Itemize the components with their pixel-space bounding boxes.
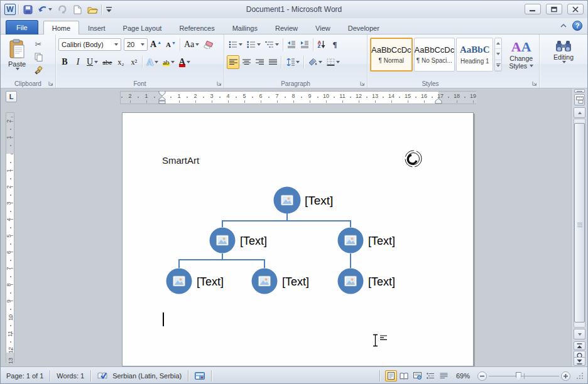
open-button[interactable] (86, 3, 99, 16)
tab-review[interactable]: Review (266, 21, 307, 35)
highlight-button[interactable]: ab (161, 55, 176, 69)
justify-button[interactable] (266, 55, 279, 69)
font-family-select[interactable]: Calibri (Body) (58, 38, 121, 51)
right-indent-marker[interactable] (435, 99, 442, 104)
font-color-button[interactable]: A (177, 55, 192, 69)
tab-developer[interactable]: Developer (339, 21, 388, 35)
scroll-down-button[interactable] (574, 329, 585, 339)
paste-dropdown[interactable] (16, 68, 19, 70)
paste-button[interactable]: Paste (3, 36, 31, 77)
clipboard-dialog-launcher[interactable] (48, 81, 54, 87)
v-ruler[interactable]: 2112345678910111213 (6, 112, 14, 363)
superscript-button[interactable]: x² (128, 55, 140, 69)
tab-stop-selector[interactable]: L (6, 91, 17, 102)
first-line-indent-marker[interactable] (158, 91, 166, 97)
redo-button[interactable] (56, 3, 68, 16)
underline-dropdown[interactable] (94, 61, 98, 63)
styles-scroll-up[interactable] (495, 38, 501, 49)
copy-button[interactable] (31, 51, 46, 63)
web-layout-view-button[interactable] (411, 370, 423, 381)
word-count[interactable]: Words: 1 (55, 372, 86, 380)
line-spacing-button[interactable] (283, 55, 302, 69)
macro-recording-button[interactable] (193, 372, 207, 380)
styles-scroll-down[interactable] (495, 49, 501, 60)
undo-dropdown[interactable] (48, 8, 52, 11)
save-button[interactable] (21, 3, 34, 16)
numbering-dropdown[interactable] (257, 43, 261, 46)
style-normal[interactable]: AaBbCcDc ¶ Normal (370, 38, 413, 72)
multilevel-list-button[interactable] (263, 38, 281, 51)
font-size-select[interactable]: 20 (124, 38, 148, 51)
tab-insert[interactable]: Insert (79, 21, 114, 35)
close-button[interactable] (567, 4, 584, 14)
smartart-node-l2a[interactable]: [Text] (210, 228, 268, 253)
strikethrough-button[interactable]: abe (101, 55, 114, 69)
tab-mailings[interactable]: Mailings (224, 21, 266, 35)
borders-dropdown[interactable] (336, 61, 340, 63)
page-indicator[interactable]: Page: 1 of 1 (4, 372, 45, 380)
window-resize-grip[interactable] (576, 372, 584, 380)
scrollbar-track[interactable] (574, 119, 585, 328)
collapse-ribbon-button[interactable] (560, 22, 567, 29)
print-layout-view-button[interactable] (385, 370, 397, 381)
style-heading1[interactable]: AaBbC Heading 1 (456, 38, 493, 72)
zoom-out-button[interactable] (477, 371, 487, 381)
decrease-indent-button[interactable] (285, 38, 298, 51)
qat-customize-button[interactable] (104, 3, 113, 16)
smartart-node-label[interactable]: [Text] (368, 235, 395, 247)
grow-font-button[interactable]: A▲ (148, 38, 163, 51)
smartart-node-label[interactable]: [Text] (197, 275, 224, 288)
style-no-spacing[interactable]: AaBbCcDc ¶ No Spaci... (414, 38, 455, 72)
cut-button[interactable]: ✂ (31, 38, 46, 50)
font-dialog-launcher[interactable] (217, 81, 222, 87)
borders-button[interactable] (325, 55, 342, 69)
tab-file[interactable]: File (6, 20, 38, 35)
align-right-button[interactable] (253, 55, 266, 69)
format-painter-button[interactable] (31, 64, 46, 77)
zoom-level[interactable]: 69% (454, 372, 472, 380)
align-left-button[interactable] (227, 55, 239, 69)
show-hide-pilcrow-button[interactable]: ¶ (329, 38, 341, 51)
smartart-node-label[interactable]: [Text] (368, 275, 395, 288)
clear-formatting-button[interactable] (202, 38, 215, 51)
underline-button[interactable]: U (85, 55, 100, 69)
smartart-graphic[interactable]: [Text] [Text] [Text] [Text] [Text] (152, 183, 428, 296)
fullscreen-reading-view-button[interactable] (398, 370, 410, 381)
increase-indent-button[interactable] (298, 38, 311, 51)
tab-page-layout[interactable]: Page Layout (114, 21, 171, 35)
language-indicator[interactable]: Serbian (Latin, Serbia) (111, 372, 183, 380)
new-document-button[interactable] (71, 3, 84, 16)
draft-view-button[interactable] (438, 370, 450, 381)
zoom-slider[interactable] (489, 371, 559, 381)
scroll-up-button[interactable] (574, 107, 585, 118)
editing-button[interactable]: Editing (542, 38, 585, 65)
bullets-button[interactable] (227, 38, 244, 51)
paragraph-dialog-launcher[interactable] (360, 81, 366, 87)
undo-button[interactable] (36, 3, 53, 16)
subscript-button[interactable]: x₂ (114, 55, 127, 69)
multilevel-dropdown[interactable] (275, 43, 279, 46)
line-spacing-dropdown[interactable] (296, 61, 300, 63)
document-area[interactable]: 2112345678910111213 SmartArt (1, 106, 572, 366)
smartart-node-l3c[interactable]: [Text] (338, 269, 396, 294)
tab-home[interactable]: Home (43, 21, 79, 35)
tab-references[interactable]: References (170, 21, 223, 35)
smartart-node-l2b[interactable]: [Text] (338, 228, 396, 253)
numbering-button[interactable] (245, 38, 263, 51)
italic-button[interactable]: I (72, 55, 84, 69)
change-styles-button[interactable]: AA Change Styles (506, 38, 536, 72)
scrollbar-thumb[interactable] (574, 123, 585, 323)
bold-button[interactable]: B (58, 55, 71, 69)
align-center-button[interactable] (240, 55, 253, 69)
change-case-button[interactable]: Aa (182, 38, 201, 51)
zoom-slider-thumb[interactable] (516, 372, 521, 381)
highlight-dropdown[interactable] (171, 61, 175, 63)
styles-gallery-more[interactable] (495, 60, 501, 71)
hanging-indent-marker[interactable] (158, 97, 166, 104)
restore-button[interactable] (546, 4, 562, 14)
font-color-dropdown[interactable] (187, 61, 190, 63)
smartart-node-label[interactable]: [Text] (305, 194, 333, 207)
smartart-node-label[interactable]: [Text] (240, 235, 267, 247)
ruler-toggle-button[interactable] (574, 94, 585, 105)
smartart-node-root[interactable]: [Text] (274, 187, 334, 214)
